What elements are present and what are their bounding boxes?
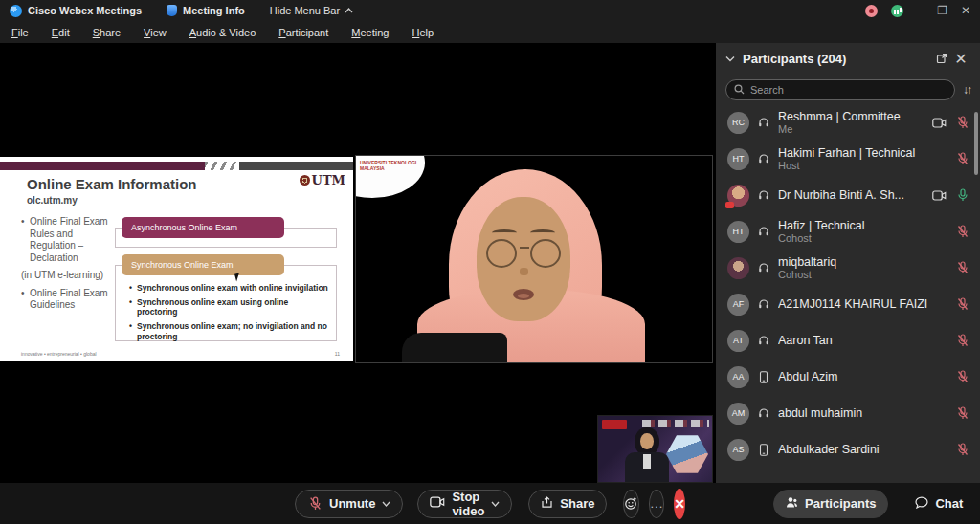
- participant-row[interactable]: AT Aaron Tan: [716, 322, 980, 359]
- participant-row[interactable]: Dr Nurbiha Binti A. Sh...: [716, 177, 980, 213]
- sync-bullet: Synchronous online exam using online pro…: [129, 297, 328, 317]
- mic-status-icon[interactable]: [955, 261, 970, 274]
- selfview-person-face: [640, 433, 654, 449]
- avatar: HT: [727, 221, 749, 243]
- speaker-video-tile: UNIVERSITI TEKNOLOGI MALAYSIA: [355, 155, 713, 363]
- participant-row[interactable]: HT Hakimi Farhan | Technical Host: [716, 141, 980, 177]
- webex-window: Cisco Webex Meetings Meeting Info Hide M…: [0, 0, 980, 524]
- menu-edit[interactable]: Edit: [40, 23, 81, 42]
- close-panel-icon[interactable]: ✕: [951, 49, 970, 68]
- menu-meeting[interactable]: Meeting: [340, 23, 400, 42]
- participant-row[interactable]: AF A21MJ0114 KHAIRUL FAIZI: [716, 286, 980, 322]
- avatar-initials: HT: [733, 227, 745, 236]
- hide-menu-bar-label: Hide Menu Bar: [270, 5, 340, 16]
- participant-role: Cohost: [778, 232, 947, 245]
- recording-indicator-icon[interactable]: [865, 5, 878, 17]
- chevron-down-icon[interactable]: [382, 501, 390, 507]
- participant-name: Aaron Tan: [778, 334, 947, 347]
- connection-stats-icon[interactable]: [891, 5, 903, 17]
- participant-row[interactable]: AM abdul muhaimin: [716, 395, 980, 431]
- avatar: AS: [727, 439, 749, 461]
- mic-status-icon[interactable]: [955, 334, 970, 347]
- participant-role: Me: [778, 123, 923, 136]
- more-options-button[interactable]: ...: [649, 490, 664, 518]
- maximize-button[interactable]: ❐: [937, 5, 947, 16]
- mic-status-icon[interactable]: [955, 225, 970, 238]
- app-identity: Cisco Webex Meetings: [10, 5, 142, 17]
- search-row: Search ↓↑: [716, 74, 980, 104]
- camera-icon: [430, 496, 445, 511]
- chevron-down-icon[interactable]: [725, 55, 735, 62]
- menu-view[interactable]: View: [132, 23, 178, 42]
- hide-menu-bar-button[interactable]: Hide Menu Bar: [270, 5, 353, 16]
- stop-video-label: Stop video: [452, 490, 484, 518]
- unmute-label: Unmute: [329, 496, 375, 511]
- stop-video-button[interactable]: Stop video: [417, 490, 512, 518]
- menu-share[interactable]: Share: [81, 23, 132, 42]
- participant-row[interactable]: RC Reshmma | Committee Me: [716, 104, 980, 141]
- avatar-initials: RC: [732, 118, 745, 127]
- selfview-banner: [602, 420, 627, 429]
- avatar-initials: AT: [733, 336, 744, 345]
- sort-icon[interactable]: ↓↑: [963, 83, 970, 97]
- chevron-up-icon: [345, 8, 353, 13]
- mic-status-icon[interactable]: [955, 297, 970, 311]
- menu-participant[interactable]: Participant: [267, 23, 340, 42]
- end-meeting-button[interactable]: ✕: [674, 489, 685, 519]
- mic-status-icon[interactable]: [955, 188, 970, 202]
- participant-name: Reshmma | Committee: [778, 110, 923, 123]
- menu-file[interactable]: File: [0, 23, 40, 42]
- reactions-button[interactable]: [623, 490, 639, 518]
- participants-panel: Participants (204) ✕ Search ↓↑ RC: [716, 43, 980, 483]
- mic-status-icon[interactable]: [955, 152, 970, 165]
- participants-toggle-button[interactable]: Participants: [773, 490, 888, 518]
- menu-audio-video[interactable]: Audio & Video: [178, 23, 268, 42]
- participant-row[interactable]: HT Hafiz | Technical Cohost: [716, 213, 980, 250]
- avatar: HT: [727, 148, 749, 170]
- participant-row[interactable]: miqbaltariq Cohost: [716, 250, 980, 286]
- chevron-down-icon[interactable]: [491, 501, 500, 507]
- participant-role: Cohost: [778, 269, 947, 281]
- close-window-button[interactable]: ✕: [961, 5, 970, 16]
- avatar: AA: [727, 366, 749, 388]
- participant-row[interactable]: AS Abdulkader Sardini: [716, 431, 980, 468]
- speaker-nose: [520, 268, 528, 275]
- video-corner-text: UNIVERSITI TEKNOLOGI MALAYSIA: [360, 160, 427, 171]
- participant-row[interactable]: AA Abdul Azim: [716, 359, 980, 395]
- mic-status-icon[interactable]: [955, 406, 970, 420]
- sync-exam-frame: Synchronous online exam with online invi…: [115, 265, 337, 341]
- panel-scrollbar[interactable]: [974, 112, 978, 175]
- app-title: Cisco Webex Meetings: [28, 5, 142, 16]
- menu-help[interactable]: Help: [400, 23, 445, 42]
- speaker-glasses-left: [486, 239, 517, 268]
- mic-status-icon[interactable]: [955, 443, 970, 456]
- search-placeholder: Search: [750, 84, 784, 96]
- share-button[interactable]: Share: [528, 490, 607, 518]
- participants-panel-title: Participants (204): [743, 52, 846, 66]
- participant-name: Hafiz | Technical: [778, 219, 947, 232]
- mic-status-icon[interactable]: [955, 116, 970, 129]
- participants-icon: [786, 496, 798, 512]
- avatar: AM: [727, 403, 749, 425]
- headset-icon: [757, 189, 770, 201]
- headset-icon: [757, 298, 770, 310]
- mic-status-icon[interactable]: [955, 370, 970, 383]
- control-bar: Unmute Stop video Share ... ✕: [0, 483, 980, 524]
- avatar-initials: AA: [732, 372, 744, 382]
- speaker-eyebrow: [492, 229, 517, 236]
- self-view-thumbnail[interactable]: [597, 415, 713, 483]
- avatar-initials: AF: [733, 299, 745, 309]
- meeting-info-button[interactable]: Meeting Info: [183, 5, 245, 16]
- minimize-button[interactable]: –: [917, 5, 924, 16]
- slide-page-number: 11: [335, 351, 340, 357]
- unmute-button[interactable]: Unmute: [295, 490, 403, 518]
- headset-icon: [757, 335, 770, 346]
- participant-name: A21MJ0114 KHAIRUL FAIZI: [778, 297, 947, 311]
- avatar: AF: [727, 294, 749, 316]
- slide-title: Online Exam Information: [27, 176, 197, 192]
- search-input[interactable]: Search: [725, 79, 955, 100]
- chat-toggle-button[interactable]: Chat: [903, 490, 974, 518]
- popout-panel-icon[interactable]: [932, 49, 951, 68]
- speaker-glasses-right: [530, 239, 561, 268]
- participants-label: Participants: [805, 496, 876, 511]
